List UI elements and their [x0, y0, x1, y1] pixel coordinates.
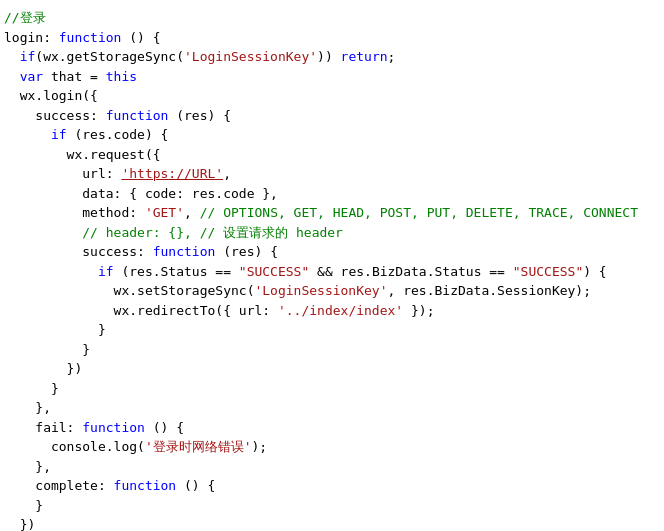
code-editor: //登录 login: function () { if(wx.getStora…	[4, 8, 660, 531]
code-content: //登录 login: function () { if(wx.getStora…	[4, 8, 660, 531]
comment-login: //登录	[4, 10, 46, 25]
